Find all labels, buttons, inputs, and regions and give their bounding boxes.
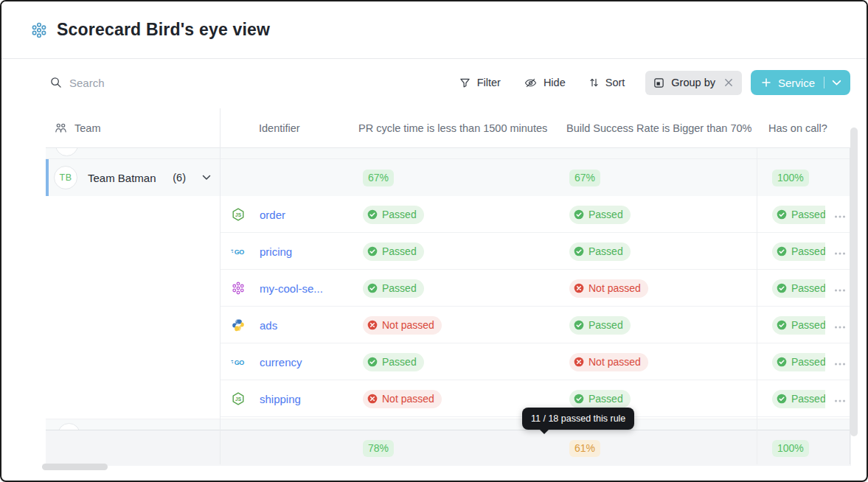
hide-label: Hide xyxy=(544,77,566,88)
rule3-cell: Passed xyxy=(757,353,851,371)
column-label: PR cycle time is less than 1500 minutes xyxy=(358,122,547,134)
service-link[interactable]: currency xyxy=(260,356,302,369)
row-menu-button[interactable] xyxy=(833,355,847,369)
ellipsis-icon xyxy=(834,394,846,405)
column-header-rule1[interactable]: PR cycle time is less than 1500 minutes xyxy=(358,122,566,134)
sort-label: Sort xyxy=(605,77,625,88)
table-row[interactable]: GOcurrencyPassedNot passedPassed xyxy=(46,343,851,380)
avatar: TB xyxy=(54,166,77,189)
score-pill[interactable]: 67% xyxy=(363,170,394,186)
chevron-down-icon[interactable] xyxy=(202,175,211,181)
table-row[interactable]: JSshippingNot passedPassedPassed xyxy=(46,380,851,417)
identifier-cell: my-cool-se... xyxy=(220,282,358,296)
row-menu-button[interactable] xyxy=(833,245,847,259)
rule2-cell: Not passed xyxy=(566,353,757,371)
score-pill[interactable]: 100% xyxy=(772,440,809,457)
sort-button[interactable]: Sort xyxy=(589,77,625,88)
column-header-rule2[interactable]: Build Success Rate is Bigger than 70% xyxy=(566,122,757,134)
vertical-scrollbar-thumb[interactable] xyxy=(850,128,858,436)
service-link[interactable]: pricing xyxy=(260,245,292,258)
tooltip: 11 / 18 passed this rule xyxy=(522,408,634,430)
status-badge: Passed xyxy=(772,353,825,371)
column-header-identifier[interactable]: Identifier xyxy=(220,122,358,134)
row-menu-button[interactable] xyxy=(833,282,847,296)
column-header-rule3[interactable]: Has on call? xyxy=(757,122,851,134)
rule3-cell: Passed xyxy=(757,316,851,335)
svg-text:JS: JS xyxy=(235,212,242,217)
check-circle-icon xyxy=(367,246,378,256)
svg-text:GO: GO xyxy=(235,359,245,366)
status-label: Passed xyxy=(588,245,623,257)
row-menu-button[interactable] xyxy=(833,392,847,406)
column-divider xyxy=(757,148,757,464)
group-row-team-batman[interactable]: TB Team Batman (6) 67% 67% 100% xyxy=(46,159,851,196)
rule2-cell: Passed xyxy=(566,242,757,261)
clipped-badge: Passed xyxy=(772,353,825,371)
status-badge: Not passed xyxy=(363,316,442,335)
status-badge: Passed xyxy=(772,279,825,298)
chevron-down-icon[interactable] xyxy=(832,80,841,86)
add-service-button[interactable]: Service xyxy=(751,70,850,95)
row-menu-button[interactable] xyxy=(833,318,847,332)
next-group-summary-row: 78% 61% 100% xyxy=(46,430,851,466)
rule1-cell: Not passed xyxy=(358,390,566,408)
hide-button[interactable]: Hide xyxy=(524,77,566,88)
ellipsis-icon xyxy=(834,209,846,220)
table-row[interactable]: adsNot passedPassedPassed xyxy=(46,307,851,343)
group-summary-rule3: 100% xyxy=(757,170,851,186)
table-row[interactable]: JSorderPassedPassedPassed xyxy=(46,196,851,233)
group-by-chip[interactable]: Group by xyxy=(645,71,742,95)
service-link[interactable]: ads xyxy=(260,319,277,332)
score-pill[interactable]: 67% xyxy=(569,170,600,186)
nodejs-icon: JS xyxy=(231,208,245,222)
horizontal-scrollbar-thumb[interactable] xyxy=(42,464,108,470)
table-row[interactable]: my-cool-se...PassedNot passedPassed xyxy=(46,270,851,307)
search-input[interactable] xyxy=(69,77,261,89)
status-badge: Passed xyxy=(569,390,631,408)
status-badge: Passed xyxy=(772,390,825,408)
button-divider xyxy=(824,77,824,88)
filter-button[interactable]: Filter xyxy=(459,77,501,88)
app-header: Scorecard Bird's eye view xyxy=(1,1,867,59)
rule3-cell: Passed xyxy=(757,242,851,261)
rule2-cell: Passed xyxy=(566,390,757,408)
table-row[interactable]: GOpricingPassedPassedPassed xyxy=(46,233,851,270)
score-pill[interactable]: 100% xyxy=(772,170,809,186)
status-badge: Passed xyxy=(363,242,424,261)
identifier-cell: GOpricing xyxy=(220,245,358,259)
service-link[interactable]: my-cool-se... xyxy=(260,282,323,295)
nodejs-icon: JS xyxy=(231,392,245,406)
page-title: Scorecard Bird's eye view xyxy=(57,20,270,40)
add-service-label: Service xyxy=(778,77,815,89)
check-circle-icon xyxy=(574,246,584,256)
sort-icon xyxy=(589,77,599,88)
ellipsis-icon xyxy=(834,320,846,331)
group-summary-rule2: 61% xyxy=(566,440,757,457)
group-summary-rule1: 78% xyxy=(358,440,566,457)
clipped-badge: Passed xyxy=(772,206,825,224)
x-circle-icon xyxy=(367,320,378,330)
partially-scrolled-group-row xyxy=(46,419,851,430)
service-link[interactable]: order xyxy=(260,209,285,221)
check-circle-icon xyxy=(574,320,584,330)
service-link[interactable]: shipping xyxy=(260,393,301,405)
rule3-cell: Passed xyxy=(757,390,851,408)
check-circle-icon xyxy=(777,357,787,367)
svg-text:JS: JS xyxy=(235,397,242,402)
check-circle-icon xyxy=(777,320,787,330)
x-circle-icon xyxy=(574,283,584,293)
clipped-badge: Passed xyxy=(772,242,825,261)
rule2-cell: Not passed xyxy=(566,279,757,298)
column-header-team[interactable]: Team xyxy=(46,122,220,134)
row-menu-button[interactable] xyxy=(833,208,847,222)
x-circle-icon xyxy=(574,357,584,367)
score-pill[interactable]: 61% xyxy=(569,440,600,457)
score-pill[interactable]: 78% xyxy=(363,440,394,457)
status-badge: Not passed xyxy=(569,279,648,298)
rule1-cell: Passed xyxy=(358,353,566,371)
close-icon[interactable] xyxy=(723,77,734,88)
rule2-cell: Passed xyxy=(566,206,757,224)
status-badge: Passed xyxy=(569,206,631,224)
filter-icon xyxy=(459,77,471,88)
search-box xyxy=(50,77,459,89)
